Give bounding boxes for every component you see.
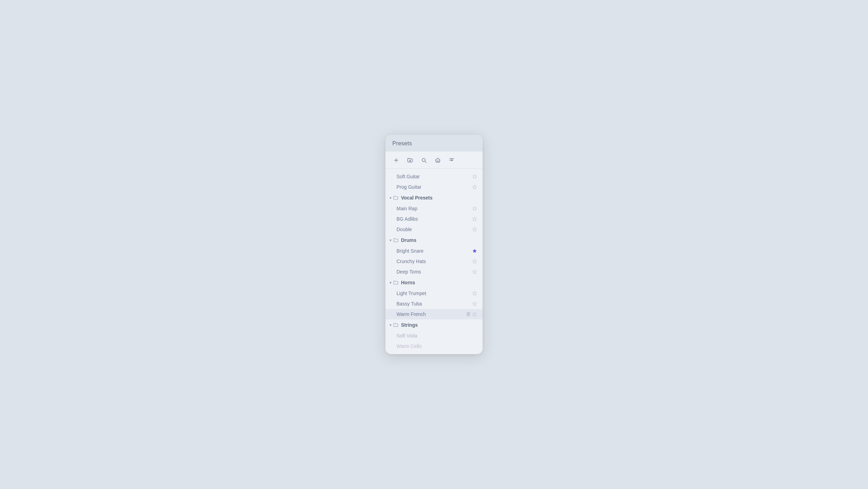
list-item[interactable]: Crunchy Hats	[385, 256, 483, 267]
folder-label: Vocal Presets	[401, 195, 433, 201]
list-item[interactable]: Bassy Tuba	[385, 299, 483, 309]
svg-marker-18	[473, 312, 477, 316]
trash-icon[interactable]	[466, 312, 471, 317]
panel-title: Presets	[392, 140, 412, 146]
list-item[interactable]: Warm Cello	[385, 341, 483, 351]
star-icon[interactable]	[472, 312, 477, 317]
star-icon[interactable]	[472, 259, 477, 264]
folder-add-button[interactable]	[406, 156, 414, 164]
list-item-selected[interactable]: Warm French	[385, 309, 483, 319]
item-label: Deep Toms	[397, 269, 472, 275]
list-item[interactable]: Double	[385, 224, 483, 235]
svg-marker-12	[473, 227, 477, 231]
svg-line-5	[425, 161, 426, 162]
folder-strings[interactable]: ▾ Strings	[385, 319, 483, 331]
item-label: Prog Guitar	[397, 184, 472, 190]
svg-marker-10	[473, 206, 477, 210]
star-icon-filled[interactable]	[472, 248, 477, 253]
list-item[interactable]: Deep Toms	[385, 267, 483, 277]
search-button[interactable]	[420, 156, 428, 164]
item-label: Soft Viola	[397, 333, 477, 339]
folder-label: Drums	[401, 237, 416, 243]
svg-marker-16	[473, 291, 477, 295]
add-button[interactable]	[392, 156, 400, 164]
folder-icon	[393, 322, 399, 328]
list-item[interactable]: Soft Guitar	[385, 171, 483, 182]
home-button[interactable]	[434, 156, 442, 164]
svg-marker-14	[473, 259, 477, 263]
list-item[interactable]: Prog Guitar	[385, 182, 483, 192]
folder-icon	[393, 195, 399, 201]
presets-panel: Presets	[385, 135, 483, 354]
toolbar	[385, 152, 483, 169]
folder-vocal-presets[interactable]: ▾ Vocal Presets	[385, 192, 483, 203]
svg-marker-8	[473, 174, 477, 178]
folder-drums[interactable]: ▾ Drums	[385, 235, 483, 246]
item-label: Warm Cello	[397, 343, 477, 349]
folder-add-icon	[407, 157, 413, 163]
list-item[interactable]: Main Rap	[385, 203, 483, 214]
folder-label: Strings	[401, 322, 418, 328]
item-label: Double	[397, 227, 472, 232]
folder-icon	[393, 280, 399, 285]
star-icon[interactable]	[472, 291, 477, 296]
list-item[interactable]: Soft Viola	[385, 331, 483, 341]
panel-header: Presets	[385, 135, 483, 152]
chevron-down-icon: ▾	[390, 280, 392, 285]
search-icon	[421, 157, 427, 163]
item-label: Soft Guitar	[397, 174, 472, 179]
presets-list: Soft Guitar Prog Guitar ▾ Vocal Presets …	[385, 169, 483, 354]
folder-horns[interactable]: ▾ Horns	[385, 277, 483, 288]
item-label: Crunchy Hats	[397, 259, 472, 264]
svg-marker-15	[473, 270, 477, 274]
svg-marker-11	[473, 217, 477, 221]
svg-point-4	[422, 158, 425, 162]
item-label: Light Trumpet	[397, 291, 472, 296]
svg-marker-13	[473, 249, 477, 253]
list-item[interactable]: Light Trumpet	[385, 288, 483, 299]
item-label: Bright Snare	[397, 248, 472, 254]
star-icon[interactable]	[472, 174, 477, 179]
star-icon[interactable]	[472, 269, 477, 274]
sort-icon	[449, 157, 455, 163]
star-icon[interactable]	[472, 217, 477, 221]
star-icon[interactable]	[472, 227, 477, 232]
chevron-down-icon: ▾	[390, 323, 392, 327]
list-item[interactable]: BG Adlibs	[385, 214, 483, 224]
sort-button[interactable]	[448, 156, 456, 164]
folder-icon	[393, 237, 399, 243]
item-label: Main Rap	[397, 206, 472, 211]
home-icon	[435, 157, 441, 163]
star-icon[interactable]	[472, 206, 477, 211]
item-label: Warm French	[397, 311, 466, 317]
svg-marker-9	[473, 185, 477, 189]
chevron-down-icon: ▾	[390, 238, 392, 243]
item-label: Bassy Tuba	[397, 301, 472, 307]
add-icon	[393, 157, 399, 163]
svg-marker-17	[473, 302, 477, 305]
chevron-down-icon: ▾	[390, 196, 392, 200]
item-label: BG Adlibs	[397, 216, 472, 222]
list-item[interactable]: Bright Snare	[385, 246, 483, 256]
star-icon[interactable]	[472, 185, 477, 189]
folder-label: Horns	[401, 280, 415, 285]
star-icon[interactable]	[472, 301, 477, 306]
